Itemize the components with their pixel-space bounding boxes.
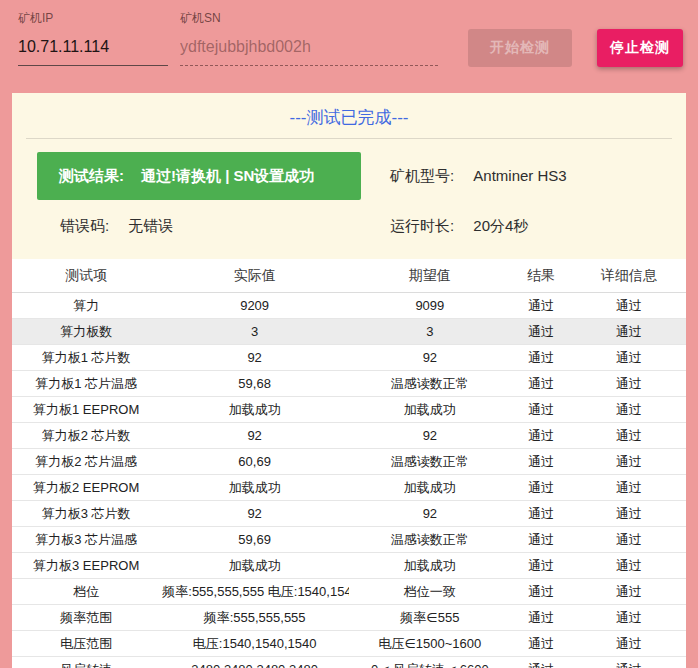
table-row[interactable]: 算力板2 芯片数9292通过通过	[12, 423, 686, 449]
table-row[interactable]: 算力板3 芯片温感59,69温感读数正常通过通过	[12, 527, 686, 553]
actual-value-cell: 加载成功	[160, 397, 349, 423]
detail-info-cell[interactable]: 通过	[571, 475, 686, 501]
miner-sn-input[interactable]	[180, 34, 438, 66]
run-duration-label: 运行时长:	[390, 217, 454, 234]
actual-value-cell: 加载成功	[160, 475, 349, 501]
expected-value-cell: 92	[349, 423, 511, 449]
table-header-row: 测试项 实际值 期望值 结果 详细信息	[12, 259, 686, 293]
expected-value-cell: 温感读数正常	[349, 449, 511, 475]
detail-info-cell[interactable]: 通过	[571, 423, 686, 449]
error-info-row: 错误码: 无错误 运行时长: 20分4秒	[12, 209, 686, 244]
table-row[interactable]: 算力板数33通过通过	[12, 319, 686, 345]
header-actual-value: 实际值	[160, 259, 349, 293]
detail-info-cell[interactable]: 通过	[571, 293, 686, 319]
header-test-item: 测试项	[12, 259, 160, 293]
test-item-cell: 算力板1 EEPROM	[12, 397, 160, 423]
detail-info-cell[interactable]: 通过	[571, 605, 686, 631]
actual-value-cell: 9209	[160, 293, 349, 319]
test-item-cell: 算力板2 EEPROM	[12, 475, 160, 501]
start-detection-button[interactable]: 开始检测	[468, 29, 572, 67]
test-item-cell: 算力板数	[12, 319, 160, 345]
error-code: 错误码: 无错误	[60, 217, 361, 236]
result-cell: 通过	[511, 423, 572, 449]
table-row[interactable]: 风扇转速3480,3480,3480,34800 < 风扇转速 < 6600通过…	[12, 657, 686, 668]
test-result-label: 测试结果:	[59, 167, 124, 186]
actual-value-cell: 60,69	[160, 449, 349, 475]
actual-value-cell: 3	[160, 319, 349, 345]
result-cell: 通过	[511, 449, 572, 475]
test-result-value: 通过!请换机 | SN设置成功	[141, 167, 314, 186]
header-detail-info: 详细信息	[571, 259, 686, 293]
detail-info-cell[interactable]: 通过	[571, 371, 686, 397]
title-divider	[26, 138, 672, 139]
actual-value-cell: 频率:555,555,555 电压:1540,1540,1540	[160, 579, 349, 605]
actual-value-cell: 59,68	[160, 371, 349, 397]
test-item-cell: 算力板2 芯片温感	[12, 449, 160, 475]
stop-detection-button[interactable]: 停止检测	[597, 29, 683, 67]
test-item-cell: 算力板3 芯片数	[12, 501, 160, 527]
table-row[interactable]: 档位频率:555,555,555 电压:1540,1540,1540档位一致通过…	[12, 579, 686, 605]
detail-info-cell[interactable]: 通过	[571, 553, 686, 579]
test-item-cell: 算力板2 芯片数	[12, 423, 160, 449]
actual-value-cell: 92	[160, 501, 349, 527]
expected-value-cell: 9099	[349, 293, 511, 319]
table-row[interactable]: 算力板2 芯片温感60,69温感读数正常通过通过	[12, 449, 686, 475]
error-code-value: 无错误	[128, 217, 173, 234]
test-item-cell: 频率范围	[12, 605, 160, 631]
test-item-cell: 算力板1 芯片温感	[12, 371, 160, 397]
test-result-table: 测试项 实际值 期望值 结果 详细信息 算力92099099通过通过算力板数33…	[12, 259, 686, 668]
table-row[interactable]: 算力板2 EEPROM加载成功加载成功通过通过	[12, 475, 686, 501]
error-code-label: 错误码:	[60, 217, 109, 234]
miner-ip-label: 矿机IP	[18, 10, 168, 27]
header-expected-value: 期望值	[349, 259, 511, 293]
result-cell: 通过	[511, 293, 572, 319]
table-row[interactable]: 算力板3 芯片数9292通过通过	[12, 501, 686, 527]
detail-info-cell[interactable]: 通过	[571, 657, 686, 668]
test-item-cell: 电压范围	[12, 631, 160, 657]
detail-info-cell[interactable]: 通过	[571, 397, 686, 423]
expected-value-cell: 档位一致	[349, 579, 511, 605]
table-row[interactable]: 算力板1 EEPROM加载成功加载成功通过通过	[12, 397, 686, 423]
detail-info-cell[interactable]: 通过	[571, 579, 686, 605]
table-row[interactable]: 频率范围频率:555,555,555频率∈555通过通过	[12, 605, 686, 631]
detail-info-cell[interactable]: 通过	[571, 501, 686, 527]
miner-ip-input[interactable]	[18, 34, 168, 66]
detail-info-cell[interactable]: 通过	[571, 345, 686, 371]
miner-ip-field: 矿机IP	[18, 10, 168, 66]
miner-model: 矿机型号: Antminer HS3	[390, 167, 567, 186]
test-item-cell: 算力板3 EEPROM	[12, 553, 160, 579]
miner-model-label: 矿机型号:	[390, 167, 454, 184]
detail-info-cell[interactable]: 通过	[571, 527, 686, 553]
table-row[interactable]: 算力92099099通过通过	[12, 293, 686, 319]
actual-value-cell: 59,69	[160, 527, 349, 553]
miner-sn-field: 矿机SN	[180, 10, 438, 66]
result-cell: 通过	[511, 397, 572, 423]
table-row[interactable]: 算力板1 芯片温感59,68温感读数正常通过通过	[12, 371, 686, 397]
test-item-cell: 算力	[12, 293, 160, 319]
detail-info-cell[interactable]: 通过	[571, 631, 686, 657]
expected-value-cell: 电压∈1500~1600	[349, 631, 511, 657]
detail-info-cell[interactable]: 通过	[571, 449, 686, 475]
table-row[interactable]: 算力板1 芯片数9292通过通过	[12, 345, 686, 371]
result-cell: 通过	[511, 527, 572, 553]
result-cell: 通过	[511, 319, 572, 345]
expected-value-cell: 加载成功	[349, 397, 511, 423]
table-row[interactable]: 电压范围电压:1540,1540,1540电压∈1500~1600通过通过	[12, 631, 686, 657]
expected-value-cell: 加载成功	[349, 475, 511, 501]
header-result: 结果	[511, 259, 572, 293]
run-duration: 运行时长: 20分4秒	[390, 217, 528, 236]
miner-sn-label: 矿机SN	[180, 10, 438, 27]
detail-info-cell[interactable]: 通过	[571, 319, 686, 345]
test-item-cell: 算力板1 芯片数	[12, 345, 160, 371]
run-duration-value: 20分4秒	[473, 217, 528, 234]
expected-value-cell: 温感读数正常	[349, 527, 511, 553]
expected-value-cell: 频率∈555	[349, 605, 511, 631]
expected-value-cell: 温感读数正常	[349, 371, 511, 397]
test-item-cell: 算力板3 芯片温感	[12, 527, 160, 553]
result-cell: 通过	[511, 553, 572, 579]
actual-value-cell: 92	[160, 423, 349, 449]
panel-title: ---测试已完成---	[12, 93, 686, 129]
actual-value-cell: 加载成功	[160, 553, 349, 579]
test-item-cell: 风扇转速	[12, 657, 160, 668]
table-row[interactable]: 算力板3 EEPROM加载成功加载成功通过通过	[12, 553, 686, 579]
